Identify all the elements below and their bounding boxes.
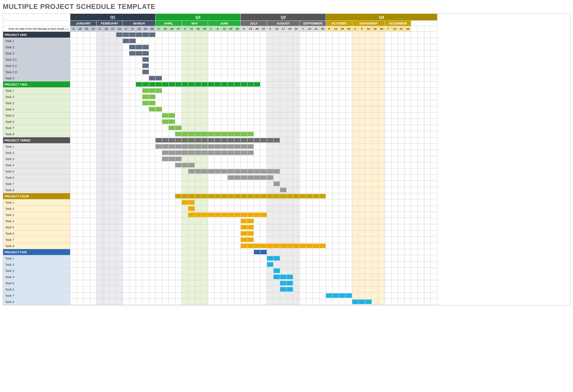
task-label[interactable]: Task 8 <box>3 187 70 193</box>
gantt-bar[interactable] <box>247 150 254 155</box>
gantt-bar[interactable] <box>228 150 234 155</box>
gantt-bar[interactable] <box>234 138 240 143</box>
gantt-bar[interactable] <box>228 175 234 180</box>
gantt-bar[interactable] <box>247 175 254 180</box>
gantt-bar[interactable] <box>241 244 247 248</box>
gantt-bar[interactable] <box>260 244 267 248</box>
gantt-bar[interactable] <box>195 150 201 155</box>
gantt-bar[interactable] <box>241 144 247 149</box>
gantt-bar[interactable] <box>254 169 260 174</box>
gantt-bar[interactable] <box>221 150 227 155</box>
gantt-bar[interactable] <box>201 138 208 143</box>
gantt-bar[interactable] <box>142 82 149 87</box>
gantt-bar[interactable] <box>208 144 214 149</box>
gantt-bar[interactable] <box>267 169 273 174</box>
gantt-bar[interactable] <box>188 200 195 205</box>
gantt-bar[interactable] <box>188 169 195 174</box>
gantt-bar[interactable] <box>319 194 326 198</box>
task-label[interactable]: Task 8 <box>3 131 70 137</box>
task-label[interactable]: Task 1 <box>3 199 70 206</box>
gantt-bar[interactable] <box>260 194 267 198</box>
gantt-bar[interactable] <box>260 169 267 174</box>
gantt-bar[interactable] <box>156 76 162 80</box>
gantt-bar[interactable] <box>142 51 149 56</box>
gantt-bar[interactable] <box>274 268 280 273</box>
gantt-bar[interactable] <box>234 194 240 198</box>
gantt-bar[interactable] <box>188 213 195 217</box>
gantt-bar[interactable] <box>221 144 227 149</box>
gantt-bar[interactable] <box>149 32 155 37</box>
gantt-bar[interactable] <box>175 144 181 149</box>
gantt-bar[interactable] <box>346 293 352 298</box>
gantt-bar[interactable] <box>169 150 175 155</box>
gantt-bar[interactable] <box>195 194 201 198</box>
gantt-bar[interactable] <box>208 150 214 155</box>
gantt-bar[interactable] <box>319 244 326 248</box>
gantt-bar[interactable] <box>182 200 188 205</box>
gantt-bar[interactable] <box>182 150 188 155</box>
gantt-bar[interactable] <box>241 237 247 242</box>
gantt-bar[interactable] <box>169 138 175 143</box>
gantt-bar[interactable] <box>208 194 214 198</box>
gantt-bar[interactable] <box>142 101 149 105</box>
gantt-bar[interactable] <box>234 144 240 149</box>
task-label[interactable]: Task 7 <box>3 181 70 187</box>
gantt-bar[interactable] <box>234 169 240 174</box>
gantt-bar[interactable] <box>215 213 221 217</box>
gantt-bar[interactable] <box>267 175 273 180</box>
gantt-bar[interactable] <box>221 132 227 136</box>
gantt-bar[interactable] <box>228 138 234 143</box>
gantt-bar[interactable] <box>149 95 155 99</box>
gantt-bar[interactable] <box>280 194 286 198</box>
gantt-bar[interactable] <box>287 244 293 248</box>
gantt-bar[interactable] <box>129 39 136 43</box>
task-label[interactable]: Task 6 <box>3 119 70 125</box>
gantt-bar[interactable] <box>228 194 234 198</box>
task-label[interactable]: Task 2 <box>3 94 70 100</box>
gantt-bar[interactable] <box>169 157 175 161</box>
gantt-bar[interactable] <box>274 275 280 279</box>
gantt-bar[interactable] <box>215 132 221 136</box>
gantt-bar[interactable] <box>142 95 149 99</box>
gantt-bar[interactable] <box>149 107 155 111</box>
task-label[interactable]: Task 4 <box>3 162 70 168</box>
gantt-bar[interactable] <box>129 51 136 56</box>
gantt-bar[interactable] <box>162 82 168 87</box>
gantt-bar[interactable] <box>333 293 339 298</box>
gantt-bar[interactable] <box>234 132 240 136</box>
gantt-bar[interactable] <box>352 300 358 304</box>
gantt-bar[interactable] <box>215 144 221 149</box>
gantt-bar[interactable] <box>228 169 234 174</box>
gantt-bar[interactable] <box>201 132 208 136</box>
gantt-bar[interactable] <box>241 150 247 155</box>
task-label[interactable]: Task 2 <box>3 206 70 212</box>
gantt-bar[interactable] <box>162 157 168 161</box>
gantt-bar[interactable] <box>123 32 129 37</box>
gantt-bar[interactable] <box>274 182 280 186</box>
gantt-bar[interactable] <box>254 213 260 217</box>
gantt-bar[interactable] <box>280 188 286 192</box>
task-label[interactable]: Task 1 <box>3 255 70 262</box>
gantt-bar[interactable] <box>274 244 280 248</box>
gantt-bar[interactable] <box>195 132 201 136</box>
gantt-bar[interactable] <box>306 244 313 248</box>
gantt-bar[interactable] <box>215 82 221 87</box>
project-header[interactable]: PROJECT FOUR <box>3 193 70 199</box>
gantt-bar[interactable] <box>188 150 195 155</box>
task-label[interactable]: Task 4 <box>3 106 70 112</box>
gantt-bar[interactable] <box>188 132 195 136</box>
gantt-bar[interactable] <box>254 175 260 180</box>
gantt-bar[interactable] <box>149 101 155 105</box>
gantt-bar[interactable] <box>267 256 273 261</box>
gantt-bar[interactable] <box>208 213 214 217</box>
task-label[interactable]: Task 7 <box>3 125 70 131</box>
project-header[interactable]: PROJECT FIVE <box>3 249 70 255</box>
gantt-bar[interactable] <box>129 45 136 49</box>
gantt-bar[interactable] <box>142 32 149 37</box>
gantt-bar[interactable] <box>188 82 195 87</box>
task-label[interactable]: Task 3 <box>3 50 70 57</box>
gantt-bar[interactable] <box>142 63 149 68</box>
project-header[interactable]: PROJECT THREE <box>3 137 70 144</box>
gantt-bar[interactable] <box>162 119 168 124</box>
gantt-bar[interactable] <box>313 244 319 248</box>
